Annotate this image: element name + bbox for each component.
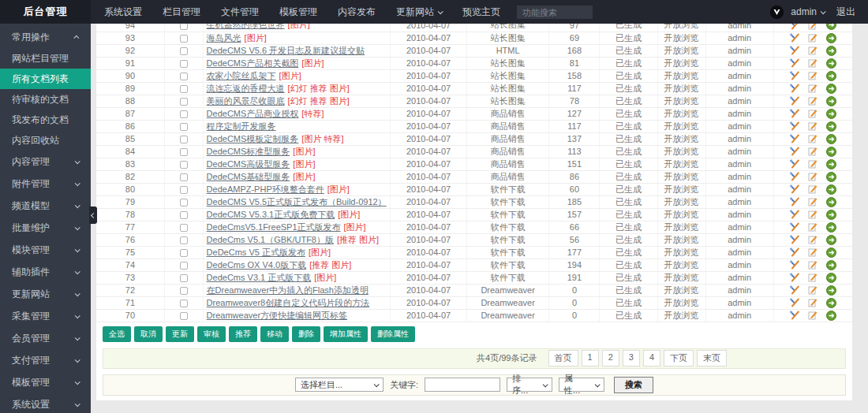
view-icon[interactable]	[826, 46, 836, 56]
doc-checkbox[interactable]	[180, 110, 188, 118]
doc-checkbox[interactable]	[180, 274, 188, 282]
edit-icon[interactable]	[808, 260, 817, 270]
view-icon[interactable]	[826, 121, 836, 132]
sidebar-item-my-docs[interactable]: 我发布的文档	[0, 110, 91, 130]
recommend-button[interactable]: 推荐	[229, 326, 257, 342]
tools-icon[interactable]	[790, 134, 799, 143]
view-icon[interactable]	[826, 134, 836, 144]
edit-icon[interactable]	[808, 273, 817, 282]
doc-title-link[interactable]: DedeCmsV5.1FreeSP1正式版发布	[207, 222, 341, 232]
sidebar-group-batch-maintain[interactable]: 批量维护	[0, 217, 91, 239]
view-icon[interactable]	[826, 84, 836, 94]
edit-icon[interactable]	[808, 46, 817, 55]
doc-checkbox[interactable]	[180, 211, 188, 219]
doc-checkbox[interactable]	[180, 236, 188, 244]
view-icon[interactable]	[826, 184, 836, 195]
view-icon[interactable]	[826, 24, 836, 30]
edit-icon[interactable]	[808, 235, 817, 244]
nav-file-manage[interactable]: 文件管理	[211, 0, 269, 24]
doc-title-link[interactable]: DedeCms V3.1 正式版下载	[207, 273, 312, 282]
select-all-button[interactable]: 全选	[103, 326, 131, 342]
view-icon[interactable]	[826, 96, 836, 106]
view-icon[interactable]	[826, 273, 836, 283]
sidebar-group-system-settings[interactable]: 系统设置	[0, 393, 91, 413]
tools-icon[interactable]	[790, 159, 799, 169]
tools-icon[interactable]	[790, 46, 799, 55]
doc-title-link[interactable]: DedeCMS标准型服务	[207, 147, 290, 156]
view-icon[interactable]	[826, 222, 836, 233]
doc-title-link[interactable]: 在Dreamweaver中为插入的Flash添加透明	[207, 285, 369, 295]
function-search-input[interactable]	[517, 6, 593, 19]
doc-checkbox[interactable]	[180, 186, 188, 194]
tools-icon[interactable]	[790, 298, 799, 307]
edit-icon[interactable]	[808, 285, 817, 295]
doc-checkbox[interactable]	[180, 312, 188, 320]
edit-icon[interactable]	[808, 172, 817, 181]
doc-title-link[interactable]: 农家小院丝瓜架下	[207, 71, 276, 80]
doc-checkbox[interactable]	[180, 148, 188, 156]
nav-system-settings[interactable]: 系统设置	[94, 0, 152, 24]
doc-title-link[interactable]: 美丽的风景尽收眼底	[207, 96, 285, 106]
edit-icon[interactable]	[808, 197, 817, 206]
sidebar-group-template-manage[interactable]: 模板管理	[0, 371, 91, 393]
edit-icon[interactable]	[808, 311, 817, 320]
page-first[interactable]: 首页	[548, 350, 578, 366]
nav-update-site[interactable]: 更新网站	[386, 0, 452, 24]
page-next[interactable]: 下页	[664, 350, 694, 366]
page-3[interactable]: 3	[623, 350, 640, 366]
tools-icon[interactable]	[790, 71, 799, 80]
edit-icon[interactable]	[808, 58, 817, 68]
doc-title-link[interactable]: 流连忘返的香橙大道	[207, 84, 285, 93]
tools-icon[interactable]	[790, 84, 799, 93]
sidebar-group-update-site[interactable]: 更新网站	[0, 283, 91, 305]
sidebar-group-attachment-manage[interactable]: 附件管理	[0, 173, 91, 195]
nav-template-manage[interactable]: 模板管理	[269, 0, 327, 24]
add-attribute-button[interactable]: 增加属性	[324, 326, 368, 342]
doc-checkbox[interactable]	[180, 136, 188, 143]
tools-icon[interactable]	[790, 96, 799, 106]
doc-title-link[interactable]: DedeCms OX V4.0版下载	[207, 260, 307, 270]
tools-icon[interactable]	[790, 58, 799, 68]
edit-icon[interactable]	[808, 33, 817, 43]
attr-select[interactable]: 属性...	[559, 378, 604, 392]
delete-attribute-button[interactable]: 删除属性	[371, 326, 415, 342]
doc-checkbox[interactable]	[180, 161, 188, 169]
page-last[interactable]: 末页	[697, 350, 727, 366]
doc-title-link[interactable]: DedeCMS产品商业授权	[207, 109, 299, 118]
tools-icon[interactable]	[790, 273, 799, 282]
edit-icon[interactable]	[808, 247, 817, 257]
view-icon[interactable]	[826, 285, 836, 296]
edit-icon[interactable]	[808, 222, 817, 232]
view-icon[interactable]	[826, 311, 836, 321]
sort-select[interactable]: 排序...	[507, 378, 552, 392]
doc-checkbox[interactable]	[180, 224, 188, 232]
view-icon[interactable]	[826, 197, 836, 207]
view-icon[interactable]	[826, 172, 836, 182]
column-select[interactable]: 选择栏目...	[295, 378, 383, 392]
view-icon[interactable]	[826, 260, 836, 270]
sidebar-group-member-manage[interactable]: 会员管理	[0, 327, 91, 349]
nav-content-publish[interactable]: 内容发布	[327, 0, 386, 24]
view-icon[interactable]	[826, 247, 836, 258]
audit-button[interactable]: 审核	[197, 326, 226, 342]
nav-preview-home[interactable]: 预览主页	[452, 0, 511, 24]
nav-column-manage[interactable]: 栏目管理	[152, 0, 211, 24]
doc-title-link[interactable]: DeDeCms V5 正式版发布	[207, 247, 305, 257]
sidebar-group-channel-model[interactable]: 频道模型	[0, 195, 91, 217]
sidebar-item-recycle-bin[interactable]: 内容回收站	[0, 130, 91, 151]
doc-title-link[interactable]: DedeCMS V5.3.1正式版免费下载	[207, 210, 335, 219]
view-icon[interactable]	[826, 109, 836, 119]
sidebar-group-payment-manage[interactable]: 支付管理	[0, 349, 91, 371]
doc-title-link[interactable]: DedeAMPZ-PHP环境整合套件	[207, 184, 324, 194]
tools-icon[interactable]	[790, 172, 799, 181]
sidebar-item-pending-docs[interactable]: 待审核的文档	[0, 89, 91, 110]
edit-icon[interactable]	[808, 71, 817, 80]
page-4[interactable]: 4	[643, 350, 660, 366]
cancel-button[interactable]: 取消	[134, 326, 163, 342]
sidebar-group-module-manage[interactable]: 模块管理	[0, 239, 91, 261]
view-icon[interactable]	[826, 147, 836, 157]
doc-checkbox[interactable]	[180, 173, 188, 181]
doc-checkbox[interactable]	[180, 249, 188, 257]
doc-title-link[interactable]: DedeCMS产品相关截图	[207, 58, 299, 68]
sidebar-group-common-ops[interactable]: 常用操作	[0, 26, 91, 48]
